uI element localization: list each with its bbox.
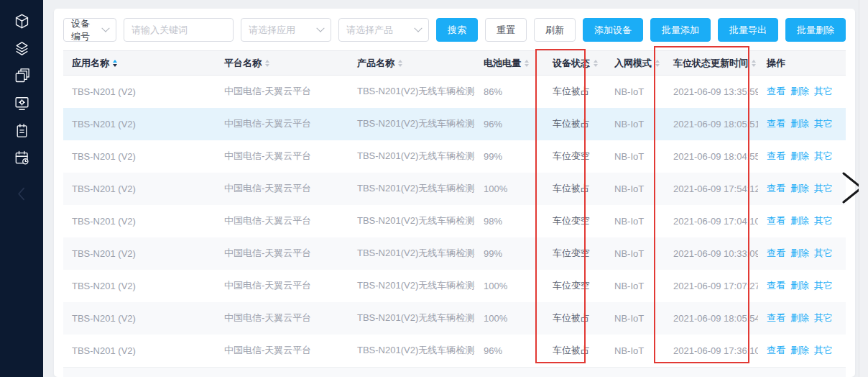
table-row[interactable]: TBS-N201 (V2) 中国电信-天翼云平台 TBS-N201(V2)无线车… [63,76,846,108]
app-select[interactable]: 请选择应用 [241,18,331,42]
column-header-update-time[interactable]: 车位状态更新时间 [665,51,758,76]
search-button[interactable]: 搜索 [436,18,478,42]
sort-icon[interactable] [594,60,598,67]
other-link[interactable]: 其它 [814,86,833,96]
view-link[interactable]: 查看 [767,345,785,355]
sort-icon[interactable] [655,60,660,67]
table-row[interactable]: TBS-N201 (V2) 中国电信-天翼云平台 TBS-N201(V2)无线车… [63,140,846,173]
sort-icon[interactable] [752,60,756,67]
other-link[interactable]: 其它 [814,150,833,161]
actions-cell: 查看删除其它 [758,173,846,205]
update-time-cell: 2021-06-09 17:54:12 [665,173,758,205]
batch-add-button[interactable]: 批量添加 [650,18,711,42]
view-link[interactable]: 查看 [767,150,785,161]
delete-link[interactable]: 删除 [790,86,809,96]
delete-link[interactable]: 删除 [790,312,809,323]
table-row[interactable]: TBS-N201 (V2) 中国电信-天翼云平台 TBS-N201(V2)无线车… [63,108,846,140]
column-header-battery[interactable]: 电池电量 [475,51,544,76]
battery-cell: 100% [475,270,544,302]
table-row[interactable]: TBS-N201 (V2) 中国电信-天翼云平台 TBS-N201(V2)无线车… [63,335,846,367]
network-mode-cell: NB-IoT [606,335,665,367]
device-status-cell: 车位变空 [544,140,606,173]
product-select[interactable]: 请选择产品 [338,18,429,42]
actions-cell: 查看删除其它 [758,335,846,367]
battery-cell: 100% [475,173,544,205]
view-link[interactable]: 查看 [767,312,785,323]
device-status-cell: 车位变空 [544,237,606,270]
device-table: 应用名称 平台名称 产品名称 电池电量 设备状态 入网模式 车位状态更新时间 操… [63,50,846,367]
column-header-network-mode[interactable]: 入网模式 [606,51,665,76]
view-link[interactable]: 查看 [767,247,785,258]
update-time-cell: 2021-06-09 10:33:09 [665,237,758,270]
device-status-cell: 车位被占 [544,76,606,108]
monitor-gear-icon[interactable] [14,95,30,112]
platform-name-cell: 中国电信-天翼云平台 [216,76,348,108]
other-link[interactable]: 其它 [814,183,833,194]
cube-icon[interactable] [14,13,30,29]
update-time-cell: 2021-06-09 17:36:10 [665,335,758,367]
table-row[interactable]: TBS-N201 (V2) 中国电信-天翼云平台 TBS-N201(V2)无线车… [63,205,846,237]
battery-cell: 99% [475,237,544,270]
product-name-cell: TBS-N201(V2)无线车辆检测器 [348,237,475,270]
table-header-row: 应用名称 平台名称 产品名称 电池电量 设备状态 入网模式 车位状态更新时间 操… [63,51,846,76]
delete-link[interactable]: 删除 [790,280,809,291]
network-mode-cell: NB-IoT [606,205,665,237]
batch-export-button[interactable]: 批量导出 [718,18,778,42]
other-link[interactable]: 其它 [814,247,833,258]
table-row[interactable]: TBS-N201 (V2) 中国电信-天翼云平台 TBS-N201(V2)无线车… [63,173,846,205]
other-link[interactable]: 其它 [814,280,833,291]
view-link[interactable]: 查看 [767,118,785,129]
delete-link[interactable]: 删除 [790,345,809,355]
keyword-input[interactable] [131,24,226,35]
table-row[interactable]: TBS-N201 (V2) 中国电信-天翼云平台 TBS-N201(V2)无线车… [63,270,846,302]
delete-link[interactable]: 删除 [790,150,809,161]
app-name-cell: TBS-N201 (V2) [63,237,216,270]
device-list-panel: 设备编号 请选择应用 请选择产品 搜索 重置 刷新 添加设备 批量添加 批量导出… [54,9,855,377]
column-header-device-status[interactable]: 设备状态 [544,51,606,76]
delete-link[interactable]: 删除 [790,183,809,194]
view-link[interactable]: 查看 [767,86,785,96]
table-row[interactable]: TBS-N201 (V2) 中国电信-天翼云平台 TBS-N201(V2)无线车… [63,237,846,270]
update-time-cell: 2021-06-09 17:04:10 [665,205,758,237]
view-link[interactable]: 查看 [767,280,785,291]
clipboard-icon[interactable] [14,122,30,139]
network-mode-cell: NB-IoT [606,173,665,205]
add-device-button[interactable]: 添加设备 [583,18,643,42]
platform-name-cell: 中国电信-天翼云平台 [216,302,348,335]
device-status-cell: 车位被占 [544,302,606,335]
actions-cell: 查看删除其它 [758,270,846,302]
reset-button[interactable]: 重置 [485,18,527,42]
sort-icon[interactable] [525,60,529,67]
table-row[interactable]: TBS-N201 (V2) 中国电信-天翼云平台 TBS-N201(V2)无线车… [63,302,846,335]
layers-icon[interactable] [14,40,30,57]
column-header-app-name[interactable]: 应用名称 [63,51,216,76]
other-link[interactable]: 其它 [814,312,833,323]
network-mode-cell: NB-IoT [606,140,665,173]
batch-delete-button[interactable]: 批量删除 [785,18,846,42]
sort-icon[interactable] [113,60,117,67]
sort-icon[interactable] [265,60,269,67]
app-name-cell: TBS-N201 (V2) [63,270,216,302]
other-link[interactable]: 其它 [814,345,833,355]
delete-link[interactable]: 删除 [790,118,809,129]
battery-cell: 96% [475,335,544,367]
other-link[interactable]: 其它 [814,118,833,129]
sort-icon[interactable] [398,60,402,67]
product-name-cell: TBS-N201(V2)无线车辆检测器 [348,270,475,302]
delete-link[interactable]: 删除 [790,215,809,226]
refresh-button[interactable]: 刷新 [534,18,576,42]
network-mode-cell: NB-IoT [606,76,665,108]
scroll-gutter[interactable] [859,0,868,377]
delete-link[interactable]: 删除 [790,247,809,258]
collapse-sidebar-chevron-icon[interactable] [14,186,30,202]
column-header-platform-name[interactable]: 平台名称 [216,51,348,76]
copies-icon[interactable] [14,68,30,84]
view-link[interactable]: 查看 [767,183,785,194]
other-link[interactable]: 其它 [814,215,833,226]
column-header-product-name[interactable]: 产品名称 [348,51,475,76]
view-link[interactable]: 查看 [767,215,785,226]
product-name-cell: TBS-N201(V2)无线车辆检测器 [348,205,475,237]
field-type-select[interactable]: 设备编号 [63,18,116,42]
device-status-cell: 车位被占 [544,335,606,367]
calendar-clock-icon[interactable] [14,150,30,166]
